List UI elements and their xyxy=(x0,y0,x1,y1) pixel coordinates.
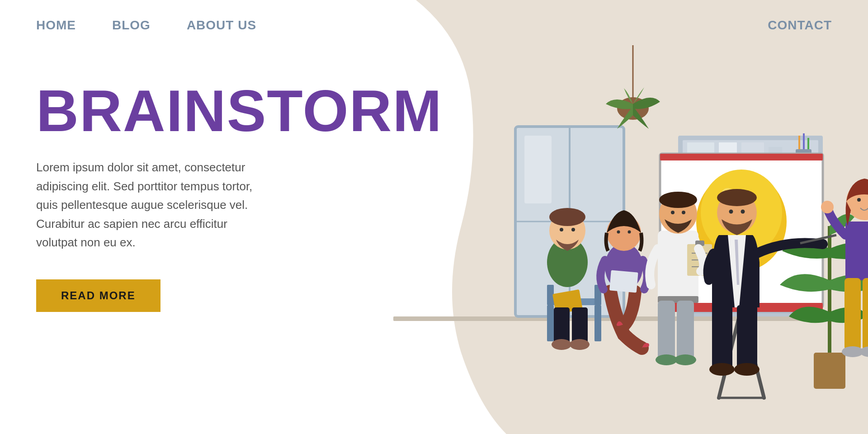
svg-rect-84 xyxy=(712,305,732,368)
hero-description: Lorem ipsum dolor sit amet, consectetur … xyxy=(36,158,271,252)
nav-blog[interactable]: BLOG xyxy=(112,18,151,33)
svg-rect-50 xyxy=(594,305,601,341)
svg-point-65 xyxy=(617,231,620,234)
svg-point-77 xyxy=(682,211,685,214)
svg-point-87 xyxy=(734,363,760,376)
svg-rect-49 xyxy=(547,305,554,341)
svg-point-57 xyxy=(571,228,575,231)
svg-point-62 xyxy=(570,339,590,350)
svg-point-90 xyxy=(729,210,733,214)
svg-rect-60 xyxy=(572,307,588,344)
svg-rect-93 xyxy=(844,278,861,350)
svg-point-89 xyxy=(717,189,757,206)
nav-home[interactable]: HOME xyxy=(36,18,76,33)
page-title: BRAINSTORM xyxy=(36,81,271,140)
nav-right: CONTACT xyxy=(768,18,832,33)
svg-rect-44 xyxy=(660,154,823,160)
svg-rect-59 xyxy=(554,307,570,344)
svg-rect-31 xyxy=(524,136,552,203)
svg-point-66 xyxy=(628,231,631,234)
svg-point-86 xyxy=(709,363,735,376)
svg-point-72 xyxy=(656,354,677,365)
nav-about[interactable]: ABOUT US xyxy=(187,18,256,33)
svg-point-98 xyxy=(857,198,861,202)
svg-point-100 xyxy=(821,201,834,213)
read-more-button[interactable]: READ MORE xyxy=(36,279,160,312)
svg-point-73 xyxy=(675,354,696,365)
svg-rect-70 xyxy=(658,301,675,359)
nav-left: HOME BLOG ABOUT US xyxy=(36,18,256,33)
svg-rect-92 xyxy=(845,222,868,280)
svg-point-55 xyxy=(549,208,585,226)
svg-point-56 xyxy=(560,228,563,231)
svg-point-75 xyxy=(659,192,697,208)
svg-point-91 xyxy=(741,210,745,214)
svg-rect-71 xyxy=(677,301,694,359)
svg-rect-85 xyxy=(737,305,757,368)
navigation: HOME BLOG ABOUT US CONTACT xyxy=(0,0,868,51)
svg-rect-94 xyxy=(863,278,868,350)
svg-rect-67 xyxy=(609,270,638,292)
svg-rect-46 xyxy=(814,353,845,389)
nav-contact[interactable]: CONTACT xyxy=(768,18,832,32)
svg-point-61 xyxy=(552,339,571,350)
hero-content: BRAINSTORM Lorem ipsum dolor sit amet, c… xyxy=(36,81,271,312)
svg-point-76 xyxy=(671,211,675,214)
svg-point-96 xyxy=(860,346,868,357)
